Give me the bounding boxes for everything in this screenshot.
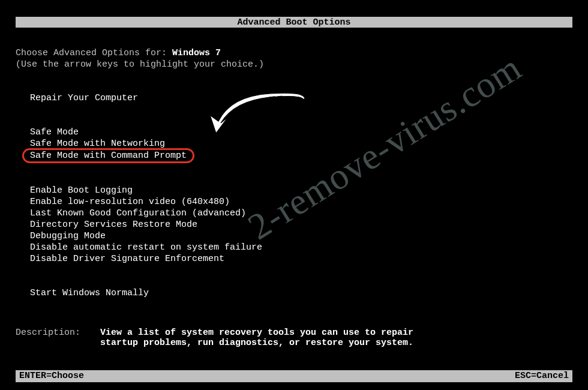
menu-last-known-good[interactable]: Last Known Good Configuration (advanced): [30, 208, 246, 219]
description-text: View a list of system recovery tools you…: [100, 328, 436, 348]
menu-block-advanced: Enable Boot Logging Enable low-resolutio…: [30, 185, 572, 265]
menu-ds-restore[interactable]: Directory Services Restore Mode: [30, 219, 197, 230]
footer-esc-cancel: ESC=Cancel: [515, 371, 569, 382]
os-prompt-line: Choose Advanced Options for: Windows 7: [16, 48, 572, 58]
menu-repair-computer[interactable]: Repair Your Computer: [30, 92, 138, 104]
menu-block-normal: Start Windows Normally: [30, 287, 572, 299]
os-prompt-label: Choose Advanced Options for:: [16, 48, 172, 58]
boot-menu: Repair Your Computer Safe Mode Safe Mode…: [16, 92, 572, 299]
menu-enable-boot-logging[interactable]: Enable Boot Logging: [30, 185, 133, 196]
highlight-annotation: Safe Mode with Command Prompt: [22, 148, 194, 163]
description-row: Description: View a list of system recov…: [16, 328, 572, 348]
main-content: Choose Advanced Options for: Windows 7 (…: [16, 48, 572, 348]
os-name: Windows 7: [172, 48, 221, 58]
menu-block-safemode: Safe Mode Safe Mode with Networking Safe…: [30, 127, 572, 162]
footer-bar: ENTER=Choose ESC=Cancel: [16, 370, 572, 382]
menu-safe-mode[interactable]: Safe Mode: [30, 127, 79, 138]
menu-start-normally[interactable]: Start Windows Normally: [30, 287, 149, 299]
menu-debugging-mode[interactable]: Debugging Mode: [30, 230, 106, 242]
navigation-hint: (Use the arrow keys to highlight your ch…: [16, 59, 572, 70]
footer-enter-choose: ENTER=Choose: [19, 371, 84, 382]
page-title: Advanced Boot Options: [237, 17, 350, 28]
menu-safe-mode-cmd[interactable]: Safe Mode with Command Prompt: [30, 150, 187, 161]
menu-disable-auto-restart[interactable]: Disable automatic restart on system fail…: [30, 242, 262, 253]
description-label: Description:: [16, 328, 95, 338]
menu-disable-driver-sig[interactable]: Disable Driver Signature Enforcement: [30, 253, 224, 265]
menu-low-res-video[interactable]: Enable low-resolution video (640x480): [30, 196, 230, 208]
menu-block-repair: Repair Your Computer: [30, 92, 572, 104]
title-bar: Advanced Boot Options: [16, 17, 572, 28]
